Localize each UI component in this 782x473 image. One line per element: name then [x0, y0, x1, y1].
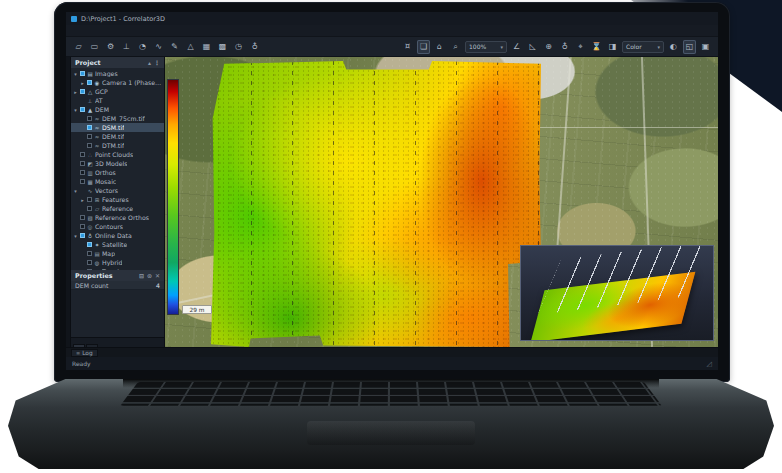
- angle-icon[interactable]: ∠ ▾: [510, 40, 523, 54]
- log-tab[interactable]: ≡ Log: [71, 349, 98, 357]
- tree-item[interactable]: ◎ Contours: [71, 222, 164, 231]
- tree-item[interactable]: ▥ Orthos: [71, 168, 164, 177]
- checkbox[interactable]: [80, 71, 85, 76]
- tree-item[interactable]: ∴ Point Clouds: [71, 150, 164, 159]
- checkbox[interactable]: [87, 80, 92, 85]
- checkbox[interactable]: [80, 107, 85, 112]
- dock-icon[interactable]: ⊟: [139, 272, 144, 279]
- target-icon[interactable]: ⌖ ▾: [574, 40, 587, 54]
- edit-tool-icon[interactable]: ✎ ▾: [168, 40, 181, 54]
- checkbox[interactable]: [87, 143, 92, 148]
- resize-grip-icon[interactable]: ◿: [707, 360, 712, 368]
- stack-icon[interactable]: ◨ ▾: [606, 40, 619, 54]
- laptop-trackpad: [307, 421, 476, 445]
- tree-item[interactable]: ▸ ◉ Camera 1 (Phase One iXM): [71, 78, 164, 87]
- measure-icon[interactable]: ◺ ▾: [526, 40, 539, 54]
- chevron-down-icon: ▾: [657, 44, 660, 50]
- home-icon[interactable]: ⌂ ▾: [433, 40, 446, 54]
- tree-item[interactable]: ▤ Map: [71, 249, 164, 258]
- flask-icon[interactable]: ¤ ▾: [401, 40, 414, 54]
- tree-item[interactable]: ≈ DSM.tif: [71, 123, 164, 132]
- contrast-icon[interactable]: ◐ ▾: [667, 40, 680, 54]
- hourglass-icon[interactable]: ⌛ ▾: [590, 40, 603, 54]
- new-project-icon[interactable]: ▭ ▾: [88, 40, 101, 54]
- tree-item[interactable]: ▾ ♁ Online Data: [71, 231, 164, 240]
- zoom-select[interactable]: 100%▾: [465, 40, 507, 54]
- checkbox[interactable]: [80, 161, 85, 166]
- tree-item[interactable]: ≈ DEM_75cm.tif: [71, 114, 164, 123]
- fullscreen-icon[interactable]: ◱ ▾: [683, 40, 696, 54]
- expander-icon[interactable]: ▾: [73, 107, 78, 113]
- window-title: D:\Project1 - Correlator3D: [81, 15, 165, 23]
- checkbox[interactable]: [87, 242, 92, 247]
- map-viewport[interactable]: 29 m: [165, 57, 718, 347]
- collapse-all-icon[interactable]: ▴: [148, 59, 151, 66]
- title-bar: D:\Project1 - Correlator3D: [66, 12, 718, 25]
- tree-item[interactable]: ▸ ⊞ Features: [71, 195, 164, 204]
- elevation-colorbar[interactable]: [167, 79, 179, 315]
- tree-item[interactable]: ▾ ▲ DEM: [71, 105, 164, 114]
- expander-icon[interactable]: ▸: [80, 197, 85, 203]
- gcp-tool-icon[interactable]: ⊥ ▾: [120, 40, 133, 54]
- expander-icon[interactable]: ▸: [80, 80, 85, 86]
- tree-item[interactable]: ✦ Satellite: [71, 240, 164, 249]
- checkbox[interactable]: [87, 260, 92, 265]
- expander-icon[interactable]: ▾: [73, 233, 78, 239]
- expander-icon[interactable]: ▸: [73, 89, 78, 95]
- mosaic-tool-icon[interactable]: ▩ ▾: [216, 40, 229, 54]
- search-icon[interactable]: ⌕ ▾: [449, 40, 462, 54]
- profile-tool-icon[interactable]: ∿ ▾: [152, 40, 165, 54]
- tree-item[interactable]: ⊥ AT: [71, 96, 164, 105]
- checkbox[interactable]: [87, 125, 92, 130]
- checkbox[interactable]: [87, 206, 92, 211]
- pin-icon[interactable]: ⊙: [147, 272, 152, 279]
- checkbox[interactable]: [80, 233, 85, 238]
- tree-item[interactable]: ▨ Reference Orthos: [71, 213, 164, 222]
- history-tool-icon[interactable]: ◷ ▾: [232, 40, 245, 54]
- tree-item-icon: ▤: [94, 251, 100, 257]
- tree-item[interactable]: ▾ ∿ Vectors: [71, 186, 164, 195]
- display-mode-select[interactable]: Color▾: [622, 40, 664, 54]
- orbit-icon[interactable]: ♁ ▾: [558, 40, 571, 54]
- tree-item[interactable]: ▸ △ GCP: [71, 87, 164, 96]
- laptop-keyboard: [120, 382, 661, 406]
- checkbox[interactable]: [80, 89, 85, 94]
- close-icon[interactable]: ✕: [155, 272, 160, 279]
- chevron-down-icon: ▾: [500, 44, 503, 50]
- tree-item[interactable]: ▾ ▤ Images: [71, 69, 164, 78]
- checkbox[interactable]: [80, 170, 85, 175]
- log-icon: ≡: [76, 350, 80, 356]
- checkbox[interactable]: [80, 224, 85, 229]
- expander-icon[interactable]: ▾: [73, 188, 78, 194]
- snapshot-icon[interactable]: ▣ ▾: [699, 40, 712, 54]
- layers-icon[interactable]: ❏ ▾: [417, 40, 430, 54]
- tree-item[interactable]: ≈ DTM.tif: [71, 141, 164, 150]
- checkbox[interactable]: [87, 197, 92, 202]
- sphere-tool-icon[interactable]: ◔ ▾: [136, 40, 149, 54]
- checkbox[interactable]: [87, 116, 92, 121]
- grid-tool-icon[interactable]: ▦ ▾: [200, 40, 213, 54]
- expander-icon[interactable]: ▾: [73, 71, 78, 77]
- zoom-in-icon[interactable]: ⊕ ▾: [542, 40, 555, 54]
- checkbox[interactable]: [87, 134, 92, 139]
- colorbar-min-label: 29 m: [182, 305, 212, 314]
- tree-item[interactable]: ◩ 3D Models: [71, 159, 164, 168]
- tree-item-icon: ▨: [87, 215, 93, 221]
- tree-item-icon: ◉: [94, 80, 100, 86]
- settings-icon[interactable]: ⚙ ▾: [104, 40, 117, 54]
- panel-menu-icon[interactable]: ⋮: [154, 59, 160, 66]
- tree-item-icon: ▲: [87, 107, 93, 113]
- tree-item[interactable]: ▱ Reference: [71, 204, 164, 213]
- checkbox[interactable]: [80, 179, 85, 184]
- tree-item[interactable]: ≈ DEM.tif: [71, 132, 164, 141]
- open-project-icon[interactable]: ▱ ▾: [72, 40, 85, 54]
- tree-item[interactable]: ◍ Hybrid: [71, 258, 164, 267]
- page: D:\Project1 - Correlator3D ▱ ▾ ▭ ▾ ⚙ ▾: [0, 0, 782, 473]
- 3d-preview-window[interactable]: [520, 245, 714, 341]
- checkbox[interactable]: [80, 152, 85, 157]
- globe-tool-icon[interactable]: ♁ ▾: [248, 40, 261, 54]
- checkbox[interactable]: [80, 215, 85, 220]
- dem-tool-icon[interactable]: △ ▾: [184, 40, 197, 54]
- tree-item[interactable]: ▦ Mosaic: [71, 177, 164, 186]
- checkbox[interactable]: [87, 251, 92, 256]
